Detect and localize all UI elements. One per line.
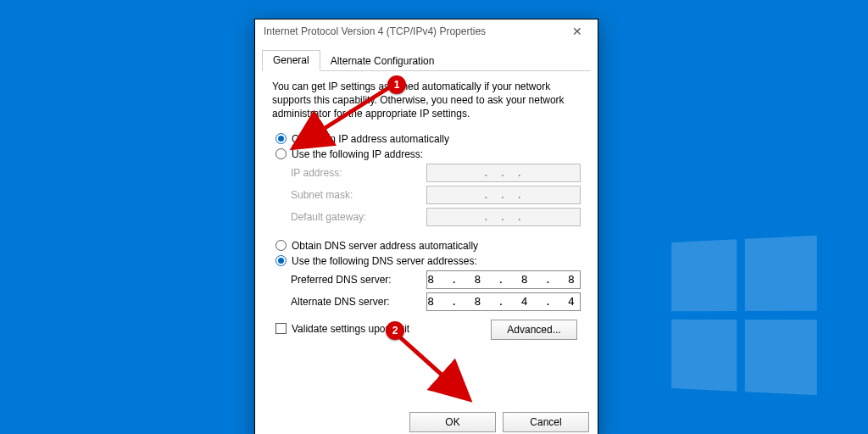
ipv4-properties-dialog: Internet Protocol Version 4 (TCP/IPv4) P… xyxy=(254,19,598,434)
dialog-footer: OK Cancel xyxy=(409,412,589,432)
radio-icon xyxy=(275,240,287,251)
titlebar[interactable]: Internet Protocol Version 4 (TCP/IPv4) P… xyxy=(255,19,598,44)
dns-input-alternate[interactable]: 8 . 8 . 4 . 4 xyxy=(426,292,581,311)
tab-general[interactable]: General xyxy=(262,50,320,71)
field-label: Preferred DNS server: xyxy=(291,274,392,286)
field-alternate-dns: Alternate DNS server: 8 . 8 . 4 . 4 xyxy=(291,292,581,311)
radio-dns-manual[interactable]: Use the following DNS server addresses: xyxy=(275,255,581,267)
field-preferred-dns: Preferred DNS server: 8 . 8 . 8 . 8 xyxy=(291,270,581,289)
radio-label: Obtain DNS server address automatically xyxy=(292,240,478,252)
callout-2: 2 xyxy=(386,321,404,340)
radio-label: Obtain an IP address automatically xyxy=(292,133,449,145)
field-default-gateway: Default gateway: . . . xyxy=(291,208,581,226)
window-title: Internet Protocol Version 4 (TCP/IPv4) P… xyxy=(264,25,486,37)
field-label: Default gateway: xyxy=(291,211,366,223)
cancel-button[interactable]: Cancel xyxy=(503,412,589,432)
field-label: IP address: xyxy=(291,167,342,179)
tab-bar: General Alternate Configuration xyxy=(262,49,591,71)
tab-alternate[interactable]: Alternate Configuration xyxy=(320,52,445,71)
ip-input: . . . xyxy=(426,208,581,226)
advanced-button[interactable]: Advanced... xyxy=(491,320,577,340)
radio-dns-auto[interactable]: Obtain DNS server address automatically xyxy=(275,240,581,252)
dns-input-preferred[interactable]: 8 . 8 . 8 . 8 xyxy=(426,270,581,289)
callout-1: 1 xyxy=(387,75,406,94)
field-label: Alternate DNS server: xyxy=(291,296,390,308)
close-icon[interactable]: ✕ xyxy=(562,22,593,41)
field-subnet-mask: Subnet mask: . . . xyxy=(291,186,581,204)
field-label: Subnet mask: xyxy=(291,189,353,201)
intro-text: You can get IP settings assigned automat… xyxy=(272,80,581,121)
radio-icon xyxy=(275,255,287,266)
field-ip-address: IP address: . . . xyxy=(291,164,581,182)
radio-ip-auto[interactable]: Obtain an IP address automatically xyxy=(275,133,581,145)
ip-input: . . . xyxy=(426,164,581,182)
radio-label: Use the following DNS server addresses: xyxy=(292,255,477,267)
radio-label: Use the following IP address: xyxy=(292,148,423,160)
ok-button[interactable]: OK xyxy=(409,412,496,432)
radio-icon xyxy=(275,148,287,159)
windows-logo xyxy=(671,236,817,396)
checkbox-icon xyxy=(275,323,287,334)
radio-ip-manual[interactable]: Use the following IP address: xyxy=(275,148,581,160)
radio-icon xyxy=(275,133,287,144)
ip-input: . . . xyxy=(426,186,581,204)
